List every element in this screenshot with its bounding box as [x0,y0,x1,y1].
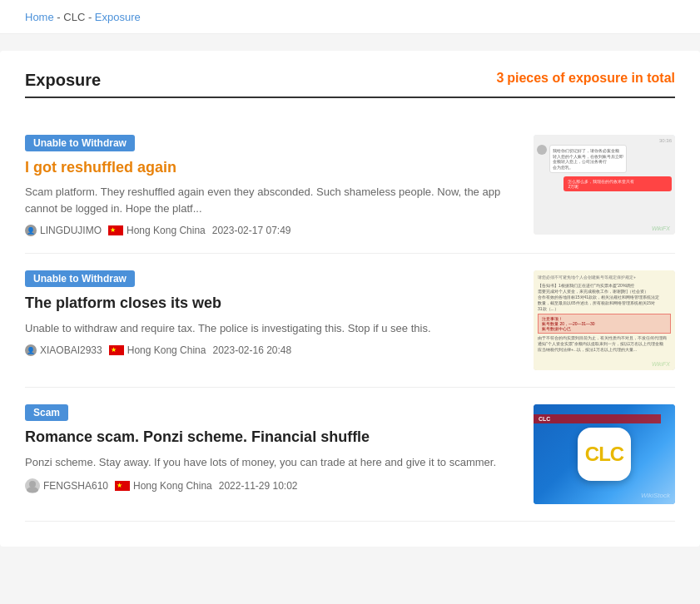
location-1: Hong Kong China [127,225,206,236]
item-meta-3: FENGSHA610 Hong Kong China 2022-11-29 10… [25,478,517,493]
meta-user-1: 👤 LINGDUJIMO [25,225,102,236]
badge-unable-withdraw-1: Unable to Withdraw [25,135,135,151]
date-1: 2023-02-17 07:49 [212,225,291,236]
total-number: 3 [496,71,504,85]
flag-icon-1 [108,225,123,235]
breadcrumb-current[interactable]: Exposure [95,11,141,23]
item-meta-1: 👤 LINGDUJIMO Hong Kong China 2023-02-17 … [25,225,517,236]
exposure-item-3[interactable]: Scam Romance scam. Ponzi scheme. Financi… [25,388,675,522]
username-1: LINGDUJIMO [40,225,102,236]
item-description-2: Unable to withdraw and require tax. The … [25,320,517,337]
date-2: 2023-02-16 20:48 [212,344,291,356]
location-2: Hong Kong China [127,344,206,356]
thumbnail-2: 请您必须不可避免地个人会创建账号等规定保护规定+ 【告知书】1根据我们正在进行"… [534,270,675,370]
location-3: Hong Kong China [133,480,212,492]
meta-flag-2: Hong Kong China [109,344,206,356]
exposure-item-2[interactable]: Unable to Withdraw The platform closes i… [25,254,675,388]
meta-user-2: 👤 XIAOBAI2933 [25,344,102,356]
exposure-list: Unable to Withdraw I got reshuffled agai… [25,118,675,522]
badge-unable-withdraw-2: Unable to Withdraw [25,270,135,287]
exposure-item[interactable]: Unable to Withdraw I got reshuffled agai… [25,118,675,254]
svg-point-0 [29,481,36,488]
item-title-1[interactable]: I got reshuffled again [25,158,517,177]
item-meta-2: 👤 XIAOBAI2933 Hong Kong China 2023-02-16… [25,344,517,356]
item-content-3: Scam Romance scam. Ponzi scheme. Financi… [25,404,534,493]
date-3: 2022-11-29 10:02 [219,480,298,492]
breadcrumb-sep2: - [88,11,95,23]
page-header: Exposure 3 pieces of exposure in total [25,71,675,98]
thumbnail-1: 30:36 我给你们切记好了，请你务必案金额转入您的个人账号，在收到账号后立即金… [534,135,675,235]
badge-scam-3: Scam [25,404,68,421]
item-title-2[interactable]: The platform closes its web [25,294,517,313]
item-content-2: Unable to Withdraw The platform closes i… [25,270,534,356]
breadcrumb-clc: CLC [63,11,85,23]
meta-flag-3: Hong Kong China [115,480,212,492]
username-2: XIAOBAI2933 [40,344,102,356]
breadcrumb: Home - CLC - Exposure [25,11,141,23]
item-title-3[interactable]: Romance scam. Ponzi scheme. Financial sh… [25,428,517,447]
item-content-1: Unable to Withdraw I got reshuffled agai… [25,135,534,236]
thumbnail-3: CLC CLC WikiStock [534,404,675,504]
user-icon-2: 👤 [25,344,37,356]
main-container: Exposure 3 pieces of exposure in total U… [0,51,700,547]
meta-flag-1: Hong Kong China [108,225,206,236]
page-title: Exposure [25,71,101,90]
flag-icon-3 [115,481,130,491]
total-text-label: pieces of exposure in total [507,71,675,85]
breadcrumb-home[interactable]: Home [25,11,54,23]
meta-user-3: FENGSHA610 [25,478,108,493]
item-description-1: Scam platform. They reshuffled again eve… [25,184,517,216]
item-description-3: Ponzi scheme. Stay away. If you have lot… [25,454,517,471]
username-3: FENGSHA610 [43,480,108,492]
total-count-label: 3 pieces of exposure in total [496,71,675,86]
breadcrumb-bar: Home - CLC - Exposure [0,0,700,34]
watermark-3: WikiStock [641,492,670,499]
flag-icon-2 [109,345,124,355]
user-icon-1: 👤 [25,225,37,236]
avatar-3 [25,478,40,493]
